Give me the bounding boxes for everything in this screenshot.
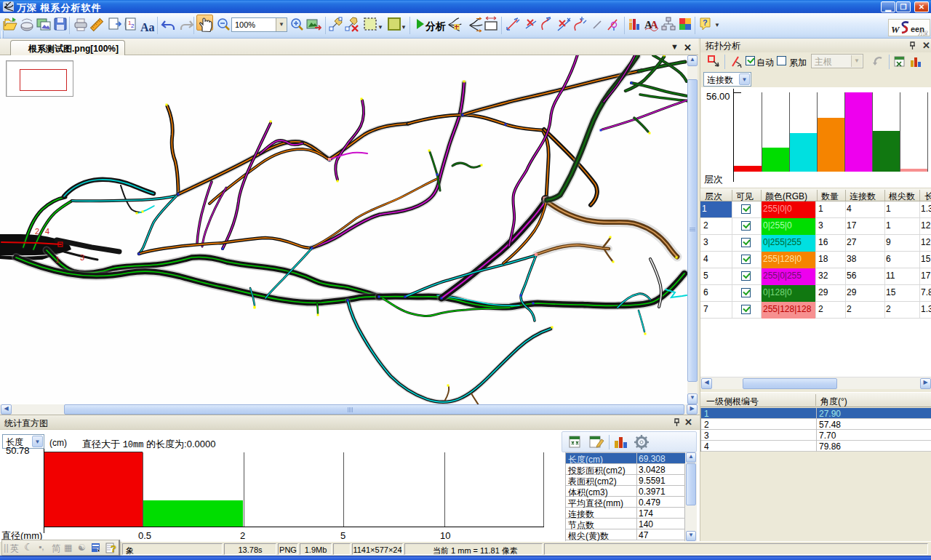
svg-text:3: 3 bbox=[80, 253, 84, 262]
svg-text:层次: 层次 bbox=[704, 174, 723, 185]
svg-text:2: 2 bbox=[35, 227, 39, 236]
svg-text:1: 1 bbox=[55, 255, 60, 264]
svg-text:56.00: 56.00 bbox=[706, 91, 730, 102]
svg-text:5: 5 bbox=[340, 530, 345, 541]
svg-text:10: 10 bbox=[440, 530, 450, 541]
svg-text:0.5: 0.5 bbox=[138, 530, 151, 541]
svg-text:4: 4 bbox=[45, 227, 49, 236]
svg-text:A: A bbox=[650, 19, 658, 31]
svg-text:?: ? bbox=[111, 543, 116, 554]
svg-text:2: 2 bbox=[131, 23, 135, 29]
svg-text:?: ? bbox=[703, 18, 708, 27]
svg-text:50.78: 50.78 bbox=[6, 445, 30, 456]
svg-text:2: 2 bbox=[240, 530, 245, 541]
